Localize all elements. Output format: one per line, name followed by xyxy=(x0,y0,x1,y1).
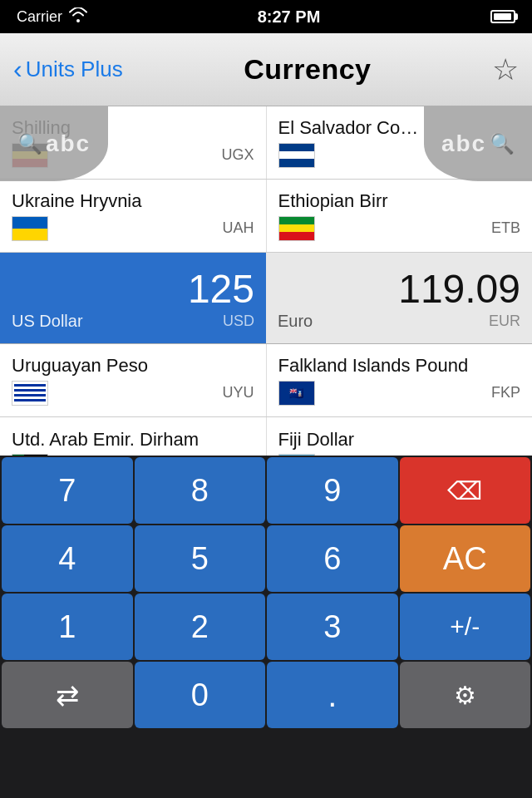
wifi-icon xyxy=(69,7,87,27)
currency-cell-left[interactable]: Uruguayan Peso UYU xyxy=(0,344,267,416)
currency-cell-right[interactable]: Falkland Islands Pound 🇫🇰 FKP xyxy=(267,344,533,416)
search-overlay-left: 🔍 abc xyxy=(0,106,108,181)
active-currency-row[interactable]: 125 US Dollar USD 119.09 Euro EUR xyxy=(0,253,532,344)
key-6[interactable]: 6 xyxy=(267,525,398,592)
active-left-code: USD xyxy=(223,313,254,330)
active-left-cell[interactable]: 125 US Dollar USD xyxy=(0,253,266,343)
keypad: 7 8 9 ⌫ 4 5 6 AC 1 2 3 +/- ⇄ 0 . ⚙ xyxy=(0,456,532,798)
flag-falkland: 🇫🇰 xyxy=(278,381,315,406)
status-right xyxy=(490,10,515,23)
currency-name: Ethiopian Birr xyxy=(278,190,521,212)
currency-cell-right[interactable]: Fiji Dollar 🇫🇯 FJD xyxy=(267,417,533,456)
status-left: Carrier xyxy=(17,7,87,27)
delete-icon: ⌫ xyxy=(447,476,482,505)
currency-row[interactable]: Ukraine Hryvnia UAH Ethiopian Birr ETB xyxy=(0,180,532,253)
back-button[interactable]: ‹ Units Plus xyxy=(13,54,123,85)
currency-code: UAH xyxy=(222,219,254,237)
clear-button[interactable]: AC xyxy=(400,525,531,592)
search-icon-left: 🔍 xyxy=(17,132,42,155)
currency-name: Falkland Islands Pound xyxy=(278,355,521,377)
currency-row[interactable]: Utd. Arab Emir. Dirham AED Fiji Dollar 🇫… xyxy=(0,417,532,456)
nav-bar: ‹ Units Plus Currency ☆ xyxy=(0,33,532,106)
currency-cell-left[interactable]: Ukraine Hryvnia UAH xyxy=(0,180,267,252)
currency-code: UYU xyxy=(222,384,254,401)
active-right-name: Euro xyxy=(278,312,313,331)
sign-button[interactable]: +/- xyxy=(400,594,531,660)
converted-value: 119.09 xyxy=(398,267,520,311)
favorite-button[interactable]: ☆ xyxy=(492,52,519,87)
flag-uae xyxy=(12,454,48,456)
key-8[interactable]: 8 xyxy=(135,457,266,524)
key-5[interactable]: 5 xyxy=(135,525,266,592)
flag-ukraine xyxy=(12,216,48,241)
key-2[interactable]: 2 xyxy=(135,594,266,660)
flag-uruguay xyxy=(12,381,48,406)
back-chevron-icon: ‹ xyxy=(13,54,22,85)
currency-row[interactable]: Uruguayan Peso UYU Falkland Islands Poun… xyxy=(0,344,532,417)
key-7[interactable]: 7 xyxy=(2,457,133,524)
carrier-label: Carrier xyxy=(17,8,62,26)
active-right-code: EUR xyxy=(489,313,520,330)
settings-button[interactable]: ⚙ xyxy=(400,662,531,728)
key-0[interactable]: 0 xyxy=(135,662,266,728)
currency-code: FKP xyxy=(491,384,520,401)
key-3[interactable]: 3 xyxy=(267,594,398,660)
back-label[interactable]: Units Plus xyxy=(26,57,123,82)
currency-name: Fiji Dollar xyxy=(278,429,521,451)
key-1[interactable]: 1 xyxy=(2,594,133,660)
key-9[interactable]: 9 xyxy=(267,457,398,524)
key-4[interactable]: 4 xyxy=(2,525,133,592)
currency-name: Utd. Arab Emir. Dirham xyxy=(12,429,254,451)
currency-name: Ukraine Hryvnia xyxy=(12,190,254,212)
active-left-name: US Dollar xyxy=(12,312,83,331)
swap-button[interactable]: ⇄ xyxy=(2,662,133,728)
status-bar: Carrier 8:27 PM xyxy=(0,0,532,33)
flag-elsalvador xyxy=(278,143,315,168)
currency-cell-right[interactable]: Ethiopian Birr ETB xyxy=(267,180,533,252)
input-value: 125 xyxy=(188,267,254,311)
active-right-cell[interactable]: 119.09 Euro EUR xyxy=(266,253,532,343)
currency-list: 🔍 abc abc 🔍 Shilling UGX El Salvador Co… xyxy=(0,106,532,456)
currency-code: UGX xyxy=(221,146,254,164)
currency-cell-left[interactable]: Utd. Arab Emir. Dirham AED xyxy=(0,417,267,456)
decimal-button[interactable]: . xyxy=(267,662,398,728)
search-overlay-right: abc 🔍 xyxy=(424,106,532,181)
battery-icon xyxy=(490,10,515,23)
flag-ethiopia xyxy=(278,216,315,241)
currency-name: Uruguayan Peso xyxy=(12,355,254,377)
time-display: 8:27 PM xyxy=(258,7,321,27)
page-title: Currency xyxy=(244,53,371,86)
flag-fiji: 🇫🇯 xyxy=(278,454,315,456)
search-icon-right: 🔍 xyxy=(490,132,515,155)
delete-button[interactable]: ⌫ xyxy=(400,457,531,524)
currency-code: ETB xyxy=(491,219,520,237)
